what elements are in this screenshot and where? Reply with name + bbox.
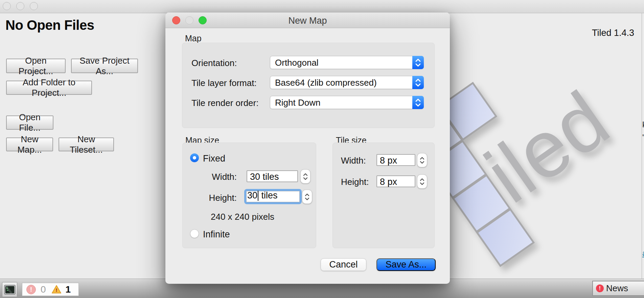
tile-width-input[interactable]: 8 px [376,154,415,166]
map-height-stepper[interactable] [302,190,312,204]
map-height-value-before-cursor: 30 [247,190,257,201]
stepper-up-icon [305,193,309,196]
console-toggle-button[interactable] [2,282,17,297]
error-icon: ! [26,285,36,294]
dialog-minimize-button [185,16,193,24]
minimize-window-button[interactable] [16,2,24,10]
svg-text:!: ! [55,287,57,293]
stepper-down-icon [303,177,308,180]
map-width-value: 30 tiles [250,172,279,182]
fixed-radio-label[interactable]: Fixed [203,153,225,164]
right-edge-panel-sliver: k 'e a [642,13,644,279]
dialog-title: New Map [165,16,450,26]
map-width-stepper[interactable] [300,169,310,184]
orientation-value: Orthogonal [275,58,319,68]
new-map-dialog: New Map Map Orientation: Orthogonal Tile… [165,13,450,284]
orientation-label: Orientation: [191,58,237,68]
cancel-button[interactable]: Cancel [321,258,366,271]
save-project-as-button[interactable]: Save Project As... [71,59,138,73]
dropdown-arrows-icon [412,56,424,69]
tile-render-order-label: Tile render order: [191,98,258,108]
news-button-label: News [606,283,628,294]
news-button[interactable]: ! News [592,281,644,296]
tile-height-label: Height: [341,177,369,187]
issues-counter-panel[interactable]: ! 0 ! 1 [22,283,79,296]
map-width-label: Width: [206,172,237,182]
dialog-close-button[interactable] [172,16,180,24]
infinite-radio[interactable] [190,229,199,238]
tile-layer-format-value: Base64 (zlib compressed) [275,78,377,88]
infinite-radio-label[interactable]: Infinite [203,229,230,240]
tile-render-order-value: Right Down [275,98,320,108]
stepper-down-icon [420,161,424,164]
new-map-button[interactable]: New Map... [6,137,53,151]
page-title: No Open Files [5,18,94,33]
tile-layer-format-select[interactable]: Base64 (zlib compressed) [270,76,424,89]
clipped-text-fragment: 'e [642,133,644,142]
tile-width-value: 8 px [380,155,397,166]
tile-layer-format-label: Tile layer format: [191,78,257,88]
stepper-up-icon [303,173,308,176]
radio-dot [193,156,196,159]
add-folder-to-project-button[interactable]: Add Folder to Project... [6,81,92,95]
map-height-input-focused[interactable]: 30 tiles [244,189,302,204]
stepper-down-icon [305,197,309,200]
dialog-titlebar[interactable]: New Map [165,13,450,28]
stepper-up-icon [420,178,424,181]
dropdown-arrows-icon [412,96,424,109]
text-cursor [258,191,258,201]
new-tileset-button[interactable]: New Tileset... [59,137,114,151]
map-section-label: Map [185,34,202,43]
clipped-text-fragment: k [642,120,644,129]
dialog-zoom-button[interactable] [199,16,207,24]
open-file-button[interactable]: Open File... [6,115,53,130]
news-alert-icon: ! [596,284,604,292]
app-version-label: Tiled 1.4.3 [592,28,634,38]
terminal-icon [4,285,16,295]
fixed-radio[interactable] [190,153,199,162]
map-height-value-after-cursor: tiles [259,190,278,201]
tile-width-stepper[interactable] [417,153,427,167]
warning-icon: ! [51,285,62,294]
map-height-label: Height: [206,193,237,203]
save-as-button[interactable]: Save As... [376,258,436,271]
main-window-titlebar [0,0,644,13]
clipped-link-fragment[interactable]: a [642,249,644,258]
tile-width-label: Width: [341,155,366,166]
tile-height-value: 8 px [380,177,397,187]
map-width-input[interactable]: 30 tiles [247,170,298,182]
map-pixel-size-summary: 240 x 240 pixels [211,212,274,222]
stepper-down-icon [420,182,424,185]
error-count: 0 [41,284,46,295]
tile-render-order-select[interactable]: Right Down [270,96,424,109]
orientation-select[interactable]: Orthogonal [270,56,424,69]
open-project-button[interactable]: Open Project... [6,59,66,73]
warning-count: 1 [66,284,71,295]
close-window-button[interactable] [3,2,11,10]
stepper-up-icon [420,157,424,160]
tile-height-stepper[interactable] [417,174,427,189]
zoom-window-button[interactable] [30,2,38,10]
tile-height-input[interactable]: 8 px [376,175,415,187]
dropdown-arrows-icon [412,76,424,89]
